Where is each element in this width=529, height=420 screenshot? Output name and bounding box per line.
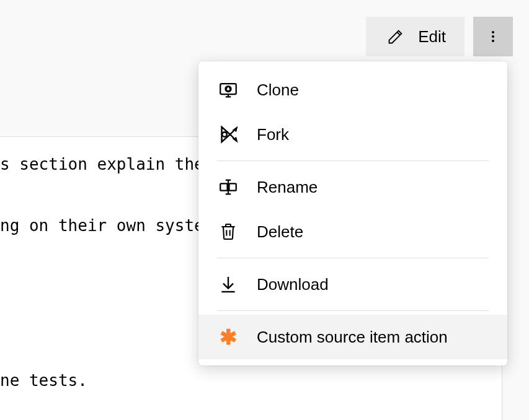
menu-label: Delete <box>257 222 303 242</box>
more-vertical-icon <box>486 29 500 44</box>
svg-line-0 <box>398 32 401 35</box>
context-menu: Clone Fork Rename <box>198 61 507 365</box>
menu-label: Rename <box>257 178 318 197</box>
edit-label: Edit <box>418 27 446 46</box>
svg-point-1 <box>492 31 494 33</box>
svg-point-2 <box>492 35 494 38</box>
menu-item-clone[interactable]: Clone <box>198 68 507 112</box>
menu-item-fork[interactable]: Fork <box>198 112 507 157</box>
rename-icon <box>217 176 239 198</box>
clone-icon <box>217 79 239 101</box>
menu-item-rename[interactable]: Rename <box>198 165 507 209</box>
menu-label: Download <box>257 275 329 294</box>
menu-divider <box>217 160 489 161</box>
menu-divider <box>217 310 489 311</box>
menu-item-custom-action[interactable]: ✱ Custom source item action <box>198 315 507 359</box>
menu-item-delete[interactable]: Delete <box>198 209 507 254</box>
menu-divider <box>217 258 489 258</box>
menu-label: Fork <box>257 125 289 144</box>
more-button[interactable] <box>473 17 513 56</box>
trash-icon <box>217 221 239 243</box>
toolbar: Edit <box>0 0 529 62</box>
download-icon <box>217 273 239 295</box>
menu-label: Clone <box>257 81 299 100</box>
edit-button[interactable]: Edit <box>366 17 465 56</box>
pencil-icon <box>385 25 407 48</box>
svg-rect-9 <box>220 183 227 190</box>
svg-point-8 <box>222 132 227 137</box>
menu-item-download[interactable]: Download <box>198 262 507 307</box>
content-line: ne tests. <box>0 365 502 396</box>
menu-label: Custom source item action <box>257 328 448 347</box>
svg-rect-10 <box>229 183 236 190</box>
asterisk-icon: ✱ <box>217 326 239 348</box>
fork-icon <box>217 123 239 146</box>
svg-point-3 <box>492 40 494 42</box>
